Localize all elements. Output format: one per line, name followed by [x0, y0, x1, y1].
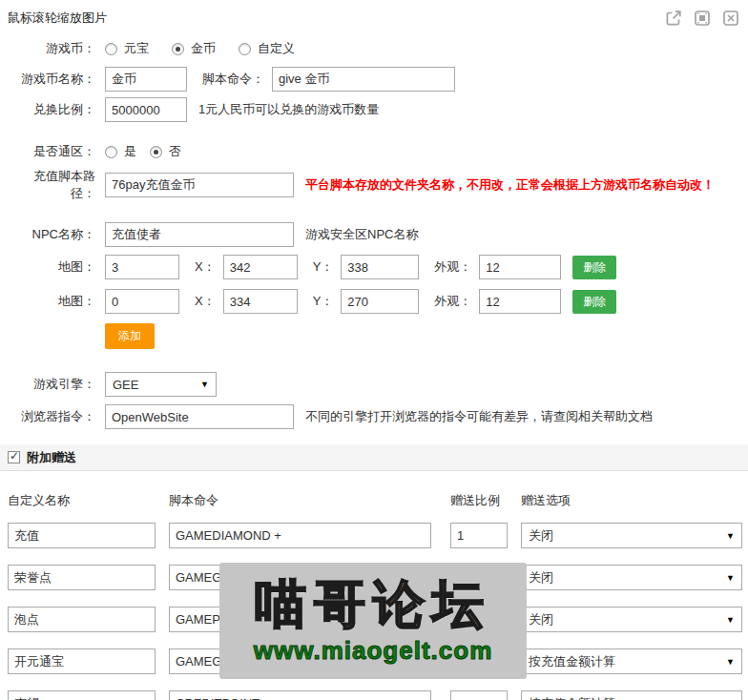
- browser-cmd-input[interactable]: [105, 404, 294, 429]
- chevron-down-icon: ▼: [200, 380, 209, 389]
- bonus-option-select[interactable]: 按充值金额计算▼: [521, 649, 742, 674]
- bonus-ratio-input[interactable]: [450, 690, 508, 700]
- recharge-path-label: 充值脚本路径：: [19, 168, 95, 201]
- map-label: 地图：: [19, 293, 95, 310]
- bonus-row: 关闭▼: [8, 523, 748, 548]
- radio-icon[interactable]: [239, 43, 251, 55]
- currency-radio-yuanbao[interactable]: 元宝: [105, 40, 149, 57]
- window-controls: [664, 9, 740, 28]
- radio-icon[interactable]: [105, 43, 117, 55]
- radio-label: 自定义: [258, 40, 295, 57]
- radio-label: 金币: [191, 40, 216, 57]
- bonus-ratio-input[interactable]: [450, 523, 508, 548]
- bonus-cmd-input[interactable]: [169, 523, 431, 548]
- bonus-name-input[interactable]: [8, 607, 156, 632]
- map-appearance-input[interactable]: [479, 289, 561, 314]
- radio-label: 否: [169, 143, 181, 160]
- engine-label: 游戏引擎：: [19, 376, 95, 393]
- chevron-down-icon: ▼: [726, 657, 735, 667]
- title-bar: 鼠标滚轮缩放图片: [0, 0, 748, 32]
- bonus-option-select[interactable]: 关闭▼: [521, 523, 742, 548]
- bonus-table-header: 自定义名称 脚本命令 赠送比例 赠送选项: [8, 492, 748, 509]
- map-id-input[interactable]: [105, 255, 179, 279]
- cross-zone-radio-no[interactable]: 否: [150, 143, 181, 160]
- watermark-url: www.miaogelt.com: [254, 636, 493, 666]
- npc-name-input[interactable]: [105, 222, 294, 247]
- maximize-icon[interactable]: [693, 9, 712, 28]
- bonus-name-input[interactable]: [8, 690, 156, 700]
- currency-radio-custom[interactable]: 自定义: [239, 40, 295, 57]
- delete-map-button[interactable]: 删除: [572, 256, 616, 279]
- bonus-option-select[interactable]: 关闭▼: [521, 565, 742, 590]
- currency-label: 游戏币：: [19, 40, 95, 57]
- bonus-option-value: 按充值金额计算: [529, 695, 615, 700]
- column-header-cmd: 脚本命令: [169, 492, 431, 509]
- engine-select[interactable]: GEE ▼: [105, 372, 217, 397]
- map-row: 地图： X： Y： 外观： 删除: [19, 289, 740, 314]
- engine-select-value: GEE: [113, 378, 138, 392]
- window-title: 鼠标滚轮缩放图片: [8, 10, 107, 27]
- config-form: 游戏币： 元宝 金币 自定义 游戏币名称： 脚本命令： 兑换比例：: [0, 32, 748, 429]
- map-label: 地图：: [19, 258, 95, 276]
- bonus-option-value: 关闭: [529, 527, 553, 545]
- bonus-name-input[interactable]: [8, 523, 156, 548]
- chevron-down-icon: ▼: [726, 531, 735, 541]
- map-appearance-label: 外观：: [434, 258, 471, 276]
- recharge-path-input[interactable]: [105, 173, 294, 197]
- exchange-ratio-hint: 1元人民币可以兑换的游戏币数量: [198, 101, 379, 118]
- script-cmd-label: 脚本命令：: [202, 71, 264, 88]
- map-y-input[interactable]: [341, 289, 419, 314]
- script-cmd-input[interactable]: [272, 67, 455, 92]
- browser-cmd-label: 浏览器指令：: [19, 408, 95, 425]
- currency-name-label: 游戏币名称：: [19, 71, 95, 88]
- npc-name-label: NPC名称：: [19, 226, 95, 243]
- cross-zone-radio-yes[interactable]: 是: [105, 143, 136, 160]
- exchange-ratio-input[interactable]: [105, 97, 187, 122]
- column-header-ratio: 赠送比例: [450, 492, 519, 509]
- delete-map-button[interactable]: 删除: [572, 290, 616, 314]
- bonus-section-title: 附加赠送: [27, 449, 76, 466]
- map-x-input[interactable]: [223, 255, 298, 279]
- radio-checked-icon[interactable]: [172, 43, 184, 55]
- map-x-label: X：: [195, 293, 216, 310]
- map-id-input[interactable]: [105, 289, 179, 314]
- browser-cmd-hint: 不同的引擎打开浏览器的指令可能有差异，请查阅相关帮助文档: [305, 408, 653, 425]
- map-y-label: Y：: [313, 293, 334, 310]
- npc-name-hint: 游戏安全区NPC名称: [305, 226, 418, 243]
- recharge-path-warning: 平台脚本存放的文件夹名称，不用改，正常会根据上方游戏币名称自动改！: [305, 176, 715, 194]
- bonus-section-header: 附加赠送: [0, 444, 748, 471]
- bonus-option-value: 按充值金额计算: [529, 653, 615, 670]
- bonus-name-input[interactable]: [8, 649, 156, 674]
- radio-icon[interactable]: [105, 146, 117, 158]
- currency-radio-jinbi[interactable]: 金币: [172, 40, 216, 57]
- radio-label: 元宝: [124, 40, 149, 57]
- exchange-ratio-label: 兑换比例：: [19, 101, 95, 118]
- bonus-option-select[interactable]: 关闭▼: [521, 607, 742, 632]
- radio-checked-icon[interactable]: [150, 146, 162, 158]
- bonus-row: 按充值金额计算▼: [8, 690, 748, 700]
- bonus-option-value: 关闭: [529, 569, 553, 587]
- radio-label: 是: [124, 143, 136, 160]
- map-y-label: Y：: [313, 258, 334, 276]
- bonus-name-input[interactable]: [8, 565, 156, 590]
- chevron-down-icon: ▼: [726, 615, 735, 625]
- add-map-button[interactable]: 添加: [105, 323, 155, 349]
- map-appearance-input[interactable]: [479, 255, 561, 279]
- bonus-checkbox[interactable]: [8, 451, 20, 463]
- bonus-option-value: 关闭: [529, 611, 553, 628]
- bonus-option-select[interactable]: 按充值金额计算▼: [521, 690, 742, 700]
- column-header-option: 赠送选项: [521, 492, 742, 509]
- open-external-icon[interactable]: [664, 9, 683, 28]
- watermark-overlay: 喵哥论坛 www.miaogelt.com: [219, 563, 527, 679]
- currency-name-input[interactable]: [105, 67, 187, 92]
- close-icon[interactable]: [721, 9, 740, 28]
- map-appearance-label: 外观：: [434, 293, 471, 310]
- cross-zone-label: 是否通区：: [19, 143, 95, 160]
- map-x-label: X：: [195, 258, 216, 276]
- chevron-down-icon: ▼: [726, 573, 735, 583]
- watermark-title: 喵哥论坛: [255, 576, 491, 632]
- dialog-window: 鼠标滚轮缩放图片 游戏币： 元宝 金币: [0, 0, 748, 700]
- map-y-input[interactable]: [341, 255, 419, 279]
- map-x-input[interactable]: [223, 289, 298, 314]
- bonus-cmd-input[interactable]: [169, 690, 431, 700]
